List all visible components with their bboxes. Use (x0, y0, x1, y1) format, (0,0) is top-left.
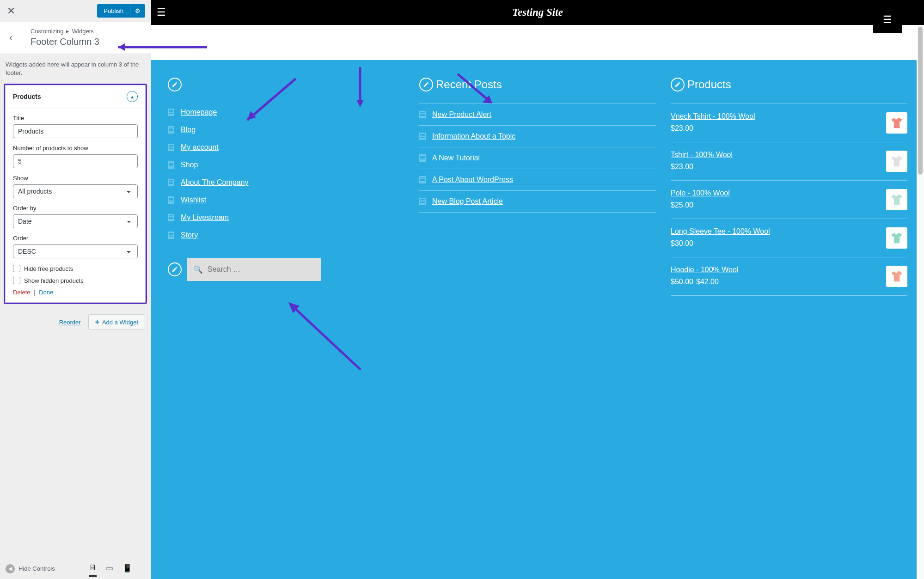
tshirt-icon (890, 116, 904, 130)
product-link[interactable]: Tshirt - 100% Wool (671, 151, 879, 159)
page-icon (168, 232, 174, 239)
site-subheader (151, 25, 924, 60)
nav-menu-item[interactable]: Story (168, 226, 404, 244)
page-icon (168, 126, 174, 134)
delete-link[interactable]: Delete (13, 289, 31, 296)
product-link[interactable]: Polo - 100% Wool (671, 189, 879, 197)
nav-link[interactable]: Story (181, 231, 198, 239)
edit-widget-button[interactable] (671, 78, 685, 91)
page-icon (419, 154, 426, 162)
tshirt-icon (890, 231, 904, 245)
device-tablet-icon[interactable]: ▭ (106, 563, 113, 574)
product-thumbnail (886, 227, 907, 249)
nav-link[interactable]: My account (181, 143, 219, 152)
show-select[interactable]: All products (13, 184, 138, 198)
post-item[interactable]: A Post About WordPress (419, 169, 656, 191)
post-link[interactable]: A Post About WordPress (432, 176, 513, 184)
nav-menu-item[interactable]: About The Company (168, 174, 404, 191)
nav-menu-item[interactable]: Wishlist (168, 191, 404, 209)
tshirt-icon (890, 193, 904, 207)
nav-link[interactable]: About The Company (181, 178, 248, 187)
customizer-sidebar: ✕ Publish ⚙ ‹ Customizing ▸ Widgets Foot… (0, 0, 151, 579)
nav-link[interactable]: Homepage (181, 108, 217, 116)
product-price: $50.00$42.00 (671, 278, 879, 286)
device-mobile-icon[interactable]: 📱 (122, 563, 132, 574)
breadcrumb-parent: Widgets (72, 28, 94, 35)
orderby-select[interactable]: Date (13, 214, 138, 228)
product-item[interactable]: Tshirt - 100% Wool$23.00 (671, 142, 907, 181)
page-icon (419, 111, 426, 118)
post-item[interactable]: New Product Alert (419, 104, 656, 126)
widget-header[interactable]: Products ▲ (6, 85, 145, 108)
number-input[interactable] (13, 154, 138, 168)
edit-widget-button[interactable] (168, 262, 182, 276)
hide-free-row[interactable]: Hide free products (13, 265, 138, 272)
plus-icon: + (95, 318, 99, 326)
page-icon (168, 196, 174, 204)
widget-name: Products (13, 93, 41, 100)
show-hidden-row[interactable]: Show hidden products (13, 277, 138, 284)
post-item[interactable]: A New Tutorial (419, 147, 656, 169)
nav-menu-item[interactable]: My Livestream (168, 209, 404, 226)
footer-column-2: Recent Posts New Product AlertInformatio… (419, 78, 656, 213)
nav-menu-item[interactable]: Shop (168, 156, 404, 174)
edit-widget-button[interactable] (419, 78, 433, 91)
breadcrumb-path: Customizing ▸ Widgets (31, 28, 99, 35)
post-link[interactable]: A New Tutorial (432, 154, 480, 162)
nav-link[interactable]: Blog (181, 126, 196, 134)
pencil-icon (423, 81, 429, 88)
widget-title: Products (687, 78, 731, 91)
product-item[interactable]: Vneck Tshirt - 100% Wool$23.00 (671, 104, 907, 142)
page-icon (168, 161, 174, 169)
hide-controls-button[interactable]: ◀ Hide Controls (6, 564, 55, 573)
nav-menu-item[interactable]: Blog (168, 121, 404, 139)
pencil-icon (674, 81, 681, 88)
back-button[interactable]: ‹ (0, 22, 22, 54)
show-hidden-checkbox[interactable] (13, 277, 20, 284)
post-item[interactable]: Information About a Topic (419, 126, 656, 147)
scrollbar[interactable] (917, 25, 924, 579)
show-label: Show (13, 175, 138, 182)
post-link[interactable]: New Product Alert (432, 110, 491, 119)
product-link[interactable]: Hoodie - 100% Wool (671, 266, 879, 274)
done-link[interactable]: Done (39, 289, 53, 296)
gear-icon: ⚙ (135, 7, 141, 14)
product-item[interactable]: Polo - 100% Wool$25.00 (671, 181, 907, 219)
device-desktop-icon[interactable]: 🖥 (89, 563, 97, 577)
floating-menu-button[interactable]: ☰ (873, 6, 902, 33)
hide-controls-label: Hide Controls (18, 565, 55, 572)
product-item[interactable]: Long Sleeve Tee - 100% Wool$30.00 (671, 219, 907, 257)
page-icon (419, 176, 426, 183)
scrollbar-thumb[interactable] (918, 27, 923, 175)
nav-menu-list: HomepageBlogMy accountShopAbout The Comp… (168, 104, 404, 244)
nav-menu-item[interactable]: Homepage (168, 104, 404, 121)
product-link[interactable]: Long Sleeve Tee - 100% Wool (671, 227, 879, 236)
menu-icon[interactable]: ☰ (157, 6, 166, 18)
post-item[interactable]: New Blog Post Article (419, 191, 656, 213)
close-icon[interactable]: ✕ (0, 0, 22, 22)
search-box[interactable]: 🔍 (187, 258, 321, 281)
tshirt-icon (890, 154, 904, 168)
edit-widget-button[interactable] (168, 78, 182, 91)
nav-link[interactable]: Wishlist (181, 196, 206, 204)
add-widget-button[interactable]: + Add a Widget (88, 314, 145, 330)
search-input[interactable] (208, 265, 315, 274)
publish-button[interactable]: Publish (97, 4, 130, 18)
order-select[interactable]: DESC (13, 244, 138, 258)
product-info: Long Sleeve Tee - 100% Wool$30.00 (671, 227, 886, 248)
nav-link[interactable]: Shop (181, 161, 198, 169)
collapse-icon[interactable]: ▲ (127, 91, 138, 102)
hide-free-checkbox[interactable] (13, 265, 20, 272)
nav-link[interactable]: My Livestream (181, 213, 229, 222)
reorder-link[interactable]: Reorder (59, 319, 81, 326)
title-label: Title (13, 115, 138, 122)
product-link[interactable]: Vneck Tshirt - 100% Wool (671, 112, 879, 121)
post-link[interactable]: New Blog Post Article (432, 197, 503, 206)
publish-settings-button[interactable]: ⚙ (130, 4, 145, 18)
nav-menu-item[interactable]: My account (168, 139, 404, 156)
pencil-icon (171, 81, 178, 88)
title-input[interactable] (13, 124, 138, 138)
product-item[interactable]: Hoodie - 100% Wool$50.00$42.00 (671, 257, 907, 296)
menu-icon: ☰ (883, 14, 892, 26)
post-link[interactable]: Information About a Topic (432, 132, 515, 140)
